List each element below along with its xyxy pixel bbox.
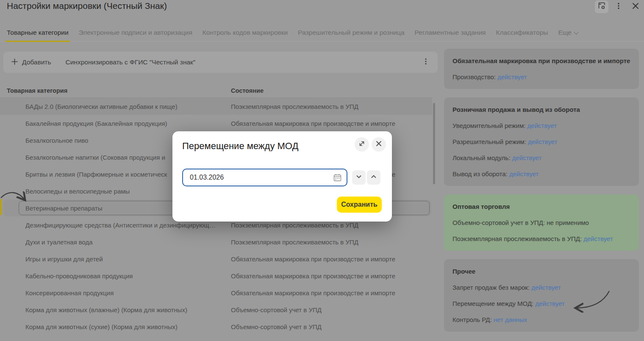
table-row[interactable]: Корма для животных (сухие) (Корма для жи… — [0, 318, 432, 335]
category-cell: Корма для животных (сухие) (Корма для жи… — [25, 323, 178, 330]
panel-item: Разрешительный режим: действует — [452, 138, 630, 145]
chevron-down-icon — [574, 30, 578, 34]
table-row[interactable]: Духи и туалетная водаПоэкземплярная прос… — [0, 233, 432, 250]
category-cell: Бакалейная продукция (Бакалейная продукц… — [25, 120, 167, 127]
category-cell: Игры и игрушки для детей — [25, 255, 103, 263]
tabs-divider — [0, 41, 644, 42]
status-cell: Объемно-сортовой учет в УПД — [231, 323, 322, 330]
column-header-category: Товарная категория — [7, 87, 67, 94]
settings-panel: ПрочееЗапрет продаж без марок: действует… — [444, 259, 639, 332]
tab-2[interactable]: Контроль кодов маркировки — [203, 29, 288, 42]
panel-item: Уведомительный режим: действует — [452, 122, 630, 129]
column-header-state: Состояние — [231, 87, 264, 94]
settings-panel: Оптовая торговляОбъемно-сортовой учет в … — [444, 194, 639, 251]
window-menu-button[interactable] — [612, 0, 625, 13]
kebab-icon — [422, 58, 430, 67]
tab-3[interactable]: Разрешительный режим и розница — [298, 29, 404, 42]
status-link[interactable]: нет данных — [494, 316, 527, 323]
chevron-up-icon — [370, 173, 378, 182]
status-link[interactable]: действует — [512, 154, 542, 161]
kebab-icon — [614, 2, 623, 12]
table-scrollbar-thumb[interactable] — [433, 103, 435, 184]
window-settings-button[interactable] — [595, 0, 608, 13]
category-cell: Духи и туалетная вода — [25, 238, 93, 246]
sync-fgis-button[interactable]: Синхронизировать с ФГИС "Честный знак" — [66, 58, 196, 66]
category-cell: Безалкогольное пиво — [25, 137, 88, 144]
dialog-expand-button[interactable] — [355, 137, 369, 152]
status-cell: Поэкземплярная прослеживаемость в УПД — [231, 222, 358, 229]
category-cell: Консервированная продукция — [25, 289, 114, 297]
save-button[interactable]: Сохранить — [337, 197, 382, 213]
category-cell: БАДы 2.0 (Биологически активные добавки … — [25, 103, 178, 110]
status-link[interactable]: действует — [528, 138, 558, 145]
date-field — [182, 169, 347, 186]
tab-6[interactable]: Еще — [558, 29, 578, 42]
status-link[interactable]: действует — [531, 284, 561, 291]
dialog-controls — [355, 137, 386, 152]
status-link[interactable]: действует — [535, 300, 565, 307]
sync-button-label: Синхронизировать с ФГИС "Честный знак" — [66, 58, 196, 66]
window-controls — [595, 0, 642, 13]
category-cell: Велосипеды и велосипедные рамы — [25, 188, 130, 195]
tab-5[interactable]: Классификаторы — [496, 29, 548, 42]
status-cell: Обязательная маркировка при производстве… — [231, 289, 395, 297]
tab-1[interactable]: Электронные подписи и авторизация — [79, 29, 192, 42]
panel-title: Розничная продажа и вывод из оборота — [452, 106, 630, 113]
category-cell: Кабельно-проводниковая продукция — [25, 272, 133, 280]
panel-title: Оптовая торговля — [452, 203, 630, 210]
status-cell: Обязательная маркировка при производстве… — [231, 255, 395, 263]
panel-item: Объемно-сортовой учет в УПД: не применим… — [452, 219, 630, 226]
close-icon — [375, 140, 382, 149]
table-row[interactable]: Кабельно-проводниковая продукцияОбязател… — [0, 267, 432, 284]
panel-item: Локальный модуль: действует — [452, 154, 630, 161]
table-header: Товарная категория Состояние — [0, 85, 432, 98]
status-cell: Объемно-сортовой учет в УПД — [231, 306, 322, 313]
window-gear-icon — [597, 1, 606, 12]
category-cell: Ветеринарные препараты — [25, 205, 102, 212]
date-step-up-button[interactable] — [367, 170, 380, 185]
table-row[interactable]: Консервированная продукцияОбязательная м… — [0, 284, 432, 301]
table-row[interactable]: БАДы 2.0 (Биологически активные добавки … — [0, 98, 432, 115]
add-button[interactable]: Добавить — [11, 58, 51, 67]
table-row[interactable]: Корма для животных (влажные) (Корма для … — [0, 301, 432, 318]
status-link[interactable]: действует — [527, 122, 557, 129]
status-link[interactable]: действует — [497, 73, 527, 80]
marking-settings-window: Настройки маркировки (Честный Знак) — [0, 0, 644, 341]
settings-panel: Розничная продажа и вывод из оборотаУвед… — [444, 97, 639, 186]
category-cell: Бритвы и лезвия (Парфюмерные и косметиче… — [25, 171, 167, 178]
selected-row-marker — [0, 199, 2, 215]
status-link[interactable]: действует — [583, 235, 613, 242]
calendar-icon[interactable] — [333, 173, 342, 184]
table-row[interactable]: Бакалейная продукция (Бакалейная продукц… — [0, 115, 432, 132]
category-cell: Безалкогольные напитки (Соковая продукци… — [25, 154, 165, 161]
status-cell: Обязательная маркировка при производстве… — [231, 120, 395, 127]
expand-icon — [358, 140, 365, 149]
status-cell: Обязательная маркировка при производстве… — [231, 272, 395, 280]
tab-4[interactable]: Регламентные задания — [415, 29, 486, 42]
add-button-label: Добавить — [22, 58, 51, 66]
panel-item: Перемещение между МОД: действует — [452, 300, 630, 307]
category-cell: Дезинфицирующие средства (Антисептики и … — [25, 222, 216, 229]
window-close-button[interactable] — [629, 0, 642, 13]
panel-item: Запрет продаж без марок: действует — [452, 284, 630, 291]
panel-title: Прочее — [452, 268, 630, 275]
dialog-close-button[interactable] — [372, 137, 386, 152]
panel-item: Контроль РД: нет данных — [452, 316, 630, 323]
close-icon — [631, 1, 640, 12]
tab-bar: Товарные категорииЭлектронные подписи и … — [7, 29, 578, 42]
plus-icon — [11, 58, 18, 67]
details-sidebar: Обязательная маркировка при производстве… — [444, 49, 639, 340]
move-between-mod-dialog: Перемещение между МОД — [172, 131, 392, 222]
toolbar-menu-button[interactable] — [420, 52, 432, 73]
panel-item: Поэкземплярная прослеживаемость в УПД: д… — [452, 235, 630, 242]
tab-0[interactable]: Товарные категории — [7, 29, 69, 42]
page-title: Настройки маркировки (Честный Знак) — [7, 1, 167, 11]
date-step-down-button[interactable] — [352, 170, 366, 185]
table-row[interactable]: Игры и игрушки для детейОбязательная мар… — [0, 250, 432, 267]
date-input[interactable] — [183, 169, 330, 186]
table-toolbar: Добавить Синхронизировать с ФГИС "Честны… — [3, 52, 438, 73]
status-cell: Поэкземплярная прослеживаемость в УПД — [231, 103, 358, 110]
panel-item: Вывод из оборота: действует — [452, 170, 630, 177]
chevron-down-icon — [355, 173, 363, 182]
status-link[interactable]: действует — [509, 170, 539, 177]
